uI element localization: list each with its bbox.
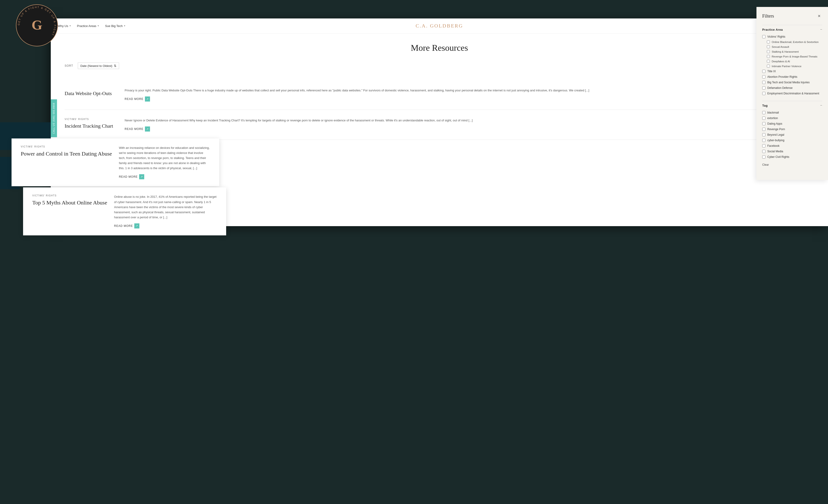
filter-checkbox-cyber-bullying[interactable] [762, 139, 765, 142]
filter-section-header[interactable]: Practice Area − [762, 25, 822, 34]
logo[interactable]: G GET UP & FIGHT & GET UP & FIGHT [14, 2, 60, 48]
filter-checkbox-big-tech[interactable] [762, 81, 765, 84]
nav-practice-areas[interactable]: Practice Areas ▼ [77, 24, 99, 28]
filter-item: Beyond Legal [762, 132, 822, 137]
clear-button[interactable]: Clear [762, 162, 769, 168]
filter-section-label: Tag [762, 104, 768, 107]
filter-checkbox-social-media[interactable] [762, 150, 765, 153]
filter-item: cyber-bullying [762, 137, 822, 143]
filter-item: Employment Discrimination & Harassment [762, 91, 822, 96]
card-left: VICTIMS' RIGHTS Power and Control in Tee… [21, 145, 112, 179]
filter-checkbox-title-ix[interactable] [762, 70, 765, 73]
read-more-button[interactable]: Read More ↗ [119, 174, 144, 179]
filter-label[interactable]: Employment Discrimination & Harassment [767, 92, 819, 95]
filter-label[interactable]: Dating Apps [767, 122, 782, 125]
filter-label[interactable]: blackmail [767, 111, 779, 114]
resource-right: Privacy is your right. Public Data Websi… [125, 88, 814, 101]
filter-label[interactable]: Big Tech and Social Media Injuries [767, 81, 810, 84]
filter-item: Defamation Defense [762, 85, 822, 91]
filter-label[interactable]: Deepfakes & AI [772, 60, 790, 63]
filters-panel: Filters ✕ Practice Area − Victims' Right… [756, 7, 828, 180]
filter-checkbox-deepfakes[interactable] [767, 60, 770, 63]
brand-logo-text[interactable]: C.A. GOLDBERG [416, 23, 463, 29]
chevron-down-icon: ▼ [69, 25, 71, 27]
sort-bar: SORT Date (Newest to Oldest) ⇅ 🔍 [65, 62, 814, 73]
read-more-button[interactable]: Read More ↗ [125, 96, 150, 101]
resource-item: VICTIMS' RIGHTS Incident Tracking Chart … [65, 110, 814, 140]
close-button[interactable]: ✕ [816, 13, 822, 19]
filter-label[interactable]: Title IX [767, 70, 776, 73]
filter-item: Dating Apps [762, 121, 822, 126]
svg-text:G: G [32, 17, 42, 33]
filter-sub-item: Deepfakes & AI [762, 59, 822, 64]
resource-card: VICTIMS' RIGHTS Power and Control in Tee… [11, 138, 219, 186]
card-right: Online abuse is no joke. In 2017, 41% of… [114, 194, 217, 228]
sort-icon: ⇅ [114, 64, 117, 68]
filter-label[interactable]: Victims' Rights [767, 35, 785, 38]
filter-label[interactable]: Revenge Porn & Image-Based Threats [772, 55, 817, 58]
filter-section-header[interactable]: Tag − [762, 101, 822, 110]
filter-label[interactable]: Revenge Porn [767, 128, 785, 131]
filter-checkbox-intimate-partner[interactable] [767, 65, 770, 68]
filter-label[interactable]: Beyond Legal [767, 133, 784, 136]
card-inner: VICTIMS' RIGHTS Power and Control in Tee… [21, 145, 210, 179]
filter-checkbox-extortion[interactable] [762, 117, 765, 120]
filter-label[interactable]: extortion [767, 117, 778, 120]
filter-checkbox-abortion[interactable] [762, 75, 765, 79]
nav-sue-big-tech[interactable]: Sue Big Tech ▼ [105, 24, 126, 28]
chevron-down-icon: ▼ [124, 25, 126, 27]
filters-header: Filters ✕ [762, 13, 822, 19]
filter-label[interactable]: Intimate Partner Violence [772, 65, 801, 68]
filter-collapse-icon: − [820, 28, 822, 32]
filter-checkbox-defamation[interactable] [762, 86, 765, 89]
filter-label[interactable]: Facebook [767, 144, 780, 148]
filter-item: blackmail [762, 110, 822, 115]
filter-label[interactable]: Sexual Assault [772, 45, 789, 48]
filter-checkbox-revenge-porn[interactable] [767, 55, 770, 58]
read-more-button[interactable]: Read More ↗ [114, 223, 139, 228]
filter-checkbox-dating-apps[interactable] [762, 122, 765, 125]
resource-excerpt: Never Ignore or Delete Evidence of Haras… [125, 118, 814, 123]
filter-sub-item: Sexual Assault [762, 44, 822, 49]
filter-checkbox-stalking[interactable] [767, 50, 770, 53]
filter-checkbox-employment[interactable] [762, 92, 765, 95]
resource-title: Incident Tracking Chart [65, 123, 115, 129]
filter-section-label: Practice Area [762, 28, 783, 31]
resource-right: Never Ignore or Delete Evidence of Haras… [125, 118, 814, 131]
filters-title: Filters [762, 13, 774, 19]
resource-item: Data Website Opt-Outs Privacy is your ri… [65, 80, 814, 110]
page-content: More Resources SORT Date (Newest to Olde… [51, 34, 828, 149]
filter-checkbox-blackmail[interactable] [762, 111, 765, 114]
filter-checkbox-sexual-assault[interactable] [767, 45, 770, 48]
filter-checkbox-revenge-porn-tag[interactable] [762, 128, 765, 131]
card-tag: VICTIMS' RIGHTS [21, 145, 112, 148]
sort-select[interactable]: Date (Newest to Oldest) ⇅ [78, 62, 119, 69]
call-us-button[interactable]: CALL US (646) 666-8908 [51, 99, 57, 137]
card-title: Top 5 Myths About Online Abuse [32, 199, 107, 206]
filter-item: Revenge Porn [762, 126, 822, 132]
resource-card: VICTIMS' RIGHTS Top 5 Myths About Online… [23, 187, 226, 235]
filter-checkbox-beyond-legal[interactable] [762, 133, 765, 136]
filter-checkbox-online-blackmail[interactable] [767, 40, 770, 43]
resource-left: VICTIMS' RIGHTS Incident Tracking Chart [65, 118, 115, 131]
card-inner: VICTIMS' RIGHTS Top 5 Myths About Online… [32, 194, 217, 228]
filter-checkbox-cyber-civil-rights[interactable] [762, 155, 765, 159]
filter-label[interactable]: Online Blackmail, Extortion & Sextortion [772, 41, 819, 43]
filter-item: Cyber Civil Rights [762, 154, 822, 160]
page-title: More Resources [65, 43, 814, 53]
filter-label[interactable]: Defamation Defense [767, 86, 792, 89]
filter-checkbox-victims-rights[interactable] [762, 35, 765, 38]
read-more-button[interactable]: Read More ↗ [125, 126, 150, 131]
card-title: Power and Control in Teen Dating Abuse [21, 150, 112, 157]
floating-cards: VICTIMS' RIGHTS Power and Control in Tee… [0, 138, 754, 236]
filter-label[interactable]: Social Media [767, 150, 783, 153]
filter-label[interactable]: Abortion Provider Rights [767, 75, 797, 79]
card-tag: VICTIMS' RIGHTS [32, 194, 107, 197]
card-right: With an increasing reliance on devices f… [119, 145, 210, 179]
filter-item: Victims' Rights [762, 34, 822, 39]
filter-label[interactable]: cyber-bullying [767, 139, 784, 142]
filter-sub-item: Intimate Partner Violence [762, 64, 822, 69]
filter-checkbox-facebook[interactable] [762, 144, 765, 148]
filter-label[interactable]: Stalking & Harassment [772, 50, 799, 53]
filter-label[interactable]: Cyber Civil Rights [767, 155, 789, 159]
